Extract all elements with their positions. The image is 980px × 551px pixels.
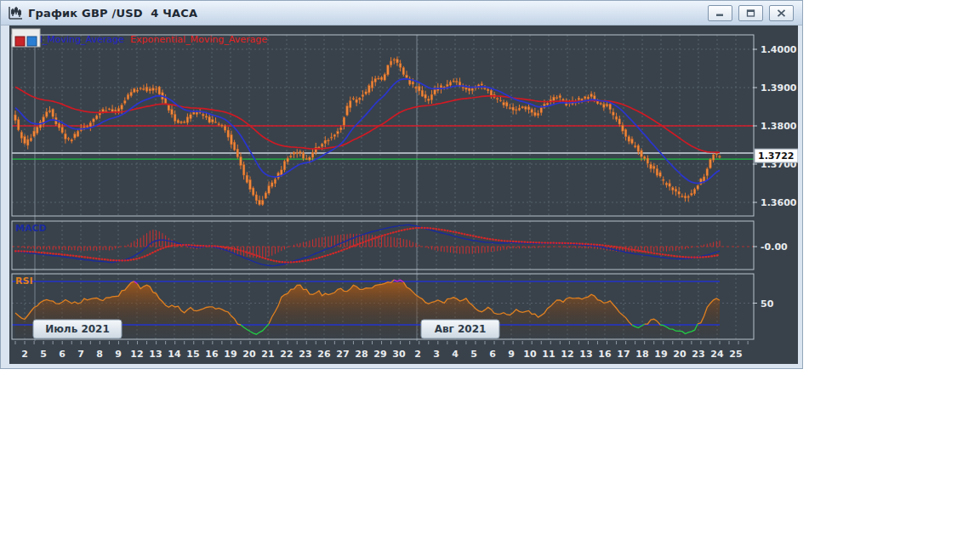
date-label: 17: [617, 349, 630, 360]
date-label: 2: [414, 349, 421, 360]
date-label: 5: [470, 349, 477, 360]
minimize-button[interactable]: [708, 5, 732, 21]
price-tick-label: 1.3600: [761, 197, 797, 208]
window-titlebar[interactable]: График GBP /USD 4 ЧАСА: [1, 1, 802, 26]
date-label: 24: [710, 349, 724, 360]
date-label: 11: [542, 349, 555, 360]
date-label: 29: [373, 349, 386, 360]
date-label: 14: [168, 349, 181, 360]
chart-app-icon: [8, 6, 23, 20]
maximize-button[interactable]: [738, 5, 763, 21]
date-label: 4: [452, 349, 459, 360]
date-label: 30: [392, 349, 406, 360]
close-icon: [777, 9, 786, 17]
month-button-aug[interactable]: Авг 2021: [421, 320, 499, 338]
date-label: 28: [355, 349, 368, 360]
price-tick-label: 1.3800: [761, 121, 797, 132]
rsi-tick-label: 50: [761, 298, 774, 310]
macd-tick-label: -0.00: [761, 241, 788, 253]
price-tick-label: 1.4000: [761, 44, 797, 55]
legend-ema-slow: Exponential_Moving_Average: [130, 34, 267, 45]
month-button-label: Июль 2021: [45, 323, 110, 335]
date-label: 15: [186, 349, 199, 360]
indicator-legend: Exponential_Moving_AverageExponential_Mo…: [9, 34, 267, 45]
date-label: 23: [692, 349, 704, 360]
date-label: 13: [149, 349, 162, 360]
date-label: 21: [261, 349, 274, 360]
date-label: 22: [280, 349, 293, 360]
month-button-label: Авг 2021: [435, 323, 487, 335]
rsi-panel-label: RSI: [15, 276, 33, 287]
date-label: 2: [21, 349, 28, 360]
date-label: 16: [205, 349, 219, 360]
date-label: 12: [561, 349, 573, 360]
date-label: 12: [130, 349, 143, 360]
chart-canvas[interactable]: 2567891213141516192021222326272829302345…: [9, 26, 798, 364]
date-label: 18: [635, 349, 648, 360]
date-label: 25: [729, 349, 742, 360]
date-label: 7: [77, 349, 84, 360]
date-label: 23: [299, 349, 311, 360]
date-label: 3: [433, 349, 440, 360]
date-label: 26: [317, 349, 331, 360]
chart-window: График GBP /USD 4 ЧАСА 25678912131415161…: [0, 0, 803, 369]
date-label: 27: [336, 349, 349, 360]
date-label: 9: [508, 349, 515, 360]
date-label: 6: [489, 349, 496, 360]
window-controls: [708, 5, 797, 21]
month-button-july[interactable]: Июль 2021: [33, 320, 122, 338]
window-title: График GBP /USD 4 ЧАСА: [28, 7, 197, 20]
date-label: 9: [115, 349, 122, 360]
date-label: 20: [242, 349, 256, 360]
date-label: 10: [523, 349, 537, 360]
date-label: 19: [224, 349, 236, 360]
current-price-label: 1.3722: [758, 151, 794, 162]
date-label: 16: [598, 349, 612, 360]
date-label: 8: [96, 349, 103, 360]
legend-red-button[interactable]: [15, 37, 25, 46]
maximize-icon: [746, 9, 755, 17]
date-label: 19: [654, 349, 667, 360]
macd-panel-label: MACD: [15, 223, 47, 234]
date-label: 13: [579, 349, 592, 360]
close-button[interactable]: [769, 5, 794, 21]
chart-client-area: 2567891213141516192021222326272829302345…: [9, 26, 798, 364]
date-label: 6: [59, 349, 66, 360]
minimize-icon: [715, 9, 725, 17]
price-tick-label: 1.3900: [761, 82, 797, 94]
date-label: 20: [673, 349, 687, 360]
date-label: 5: [40, 349, 47, 360]
legend-blue-button[interactable]: [27, 37, 37, 46]
